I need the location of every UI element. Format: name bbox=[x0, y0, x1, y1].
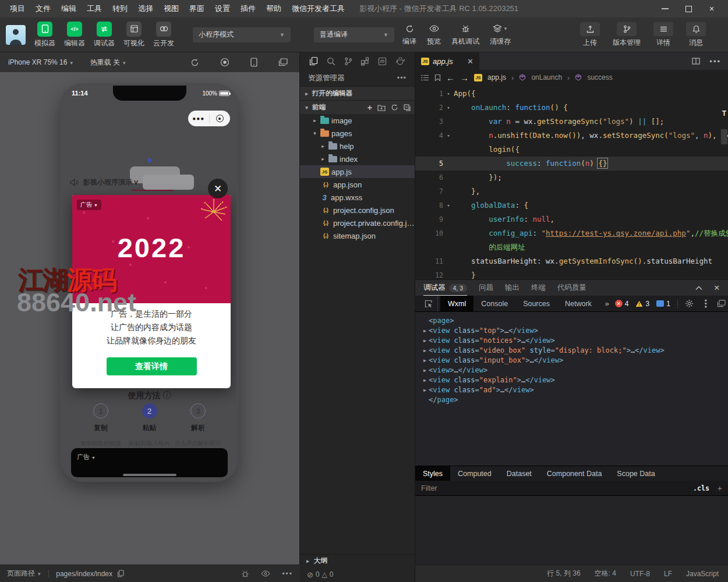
styles-tab-styles[interactable]: Styles bbox=[415, 466, 450, 481]
maximize-button[interactable] bbox=[677, 0, 700, 17]
git-branch-icon[interactable] bbox=[344, 57, 352, 66]
tree-item-app.json[interactable]: {..}app.json bbox=[300, 178, 415, 191]
details-button[interactable]: 详情 bbox=[653, 22, 673, 48]
styles-tab-scope-data[interactable]: Scope Data bbox=[609, 466, 662, 481]
record-stop-icon[interactable] bbox=[220, 58, 229, 67]
message-count-badge[interactable]: 1 bbox=[656, 300, 670, 308]
remote-debug-button[interactable]: 真机调试 bbox=[451, 23, 479, 47]
fold-chevron-icon[interactable]: ▾ bbox=[443, 198, 454, 212]
eye-icon[interactable] bbox=[261, 570, 270, 577]
close-button[interactable]: × bbox=[700, 0, 723, 17]
collapse-panel-icon[interactable] bbox=[695, 286, 702, 290]
version-manage-button[interactable]: 版本管理 bbox=[613, 22, 641, 48]
split-editor-icon[interactable] bbox=[692, 58, 700, 65]
menu-item[interactable]: 编辑 bbox=[56, 0, 82, 17]
messages-button[interactable]: 消息 bbox=[686, 22, 706, 48]
code-line[interactable]: 2▾ onLaunch: function() { bbox=[415, 101, 728, 115]
device-select[interactable]: iPhone XR 75% 16 ▼ bbox=[8, 58, 74, 66]
error-count-badge[interactable]: ✕4 bbox=[615, 300, 629, 308]
visual-toggle-button[interactable]: 可视化 bbox=[123, 22, 144, 48]
tree-item-project.private.config.js...[interactable]: {..}project.private.config.js... bbox=[300, 217, 415, 229]
expand-chevron-icon[interactable]: ▶ bbox=[421, 385, 429, 395]
menu-item[interactable]: 帮助 bbox=[261, 0, 287, 17]
cls-button[interactable]: .cls bbox=[693, 484, 709, 492]
more-dots-icon[interactable]: ●●● bbox=[188, 115, 209, 122]
ad-modal-close-button[interactable]: ✕ bbox=[208, 179, 228, 198]
devtools-tab-Console[interactable]: Console bbox=[473, 296, 515, 311]
debugger-tab-终端[interactable]: 终端 bbox=[531, 280, 546, 296]
compile-button[interactable]: 编译 bbox=[402, 23, 416, 47]
status-item[interactable]: JavaScript bbox=[686, 570, 719, 578]
wxml-node[interactable]: <page> bbox=[421, 316, 728, 326]
wxml-node[interactable]: ▶<view class="top">…</view> bbox=[421, 326, 728, 336]
fold-chevron-icon[interactable]: ▾ bbox=[443, 101, 454, 115]
add-style-icon[interactable]: + bbox=[718, 484, 722, 493]
minimize-button[interactable] bbox=[653, 0, 677, 17]
editor-toggle-button[interactable]: </> 编辑器 bbox=[64, 22, 85, 48]
menu-item[interactable]: 文件 bbox=[30, 0, 56, 17]
tree-item-app.js[interactable]: JSapp.js bbox=[300, 165, 415, 178]
status-item[interactable]: LF bbox=[664, 570, 672, 578]
upload-button[interactable]: 上传 bbox=[580, 22, 600, 48]
menu-item[interactable]: 视图 bbox=[158, 0, 184, 17]
project-root-section[interactable]: ▾ 前端 + bbox=[300, 100, 415, 114]
code-editor[interactable]: T 1▾App({2▾ onLaunch: function() {3 var … bbox=[415, 85, 728, 279]
wxml-node[interactable]: ▶<view>…</view> bbox=[421, 365, 728, 375]
outline-list-icon[interactable] bbox=[421, 74, 429, 81]
code-line[interactable]: 1▾App({ bbox=[415, 87, 728, 101]
menu-item[interactable]: 工具 bbox=[82, 0, 107, 17]
open-editors-section[interactable]: ▸ 打开的编辑器 bbox=[300, 86, 415, 100]
menu-item[interactable]: 界面 bbox=[184, 0, 210, 17]
expand-chevron-icon[interactable]: ▶ bbox=[421, 336, 429, 346]
plugin-teapot-icon[interactable] bbox=[395, 57, 405, 65]
tree-item-app.wxss[interactable]: 3app.wxss bbox=[300, 191, 415, 204]
npm-icon[interactable] bbox=[378, 57, 387, 66]
restart-icon[interactable] bbox=[190, 58, 199, 67]
code-line[interactable]: 7 }, bbox=[415, 184, 728, 198]
code-line[interactable]: login({ bbox=[415, 143, 728, 157]
breadcrumb-symbol[interactable]: success bbox=[587, 73, 612, 81]
wxml-node[interactable]: ▶<view class="explain">…</view> bbox=[421, 375, 728, 385]
page-path-select[interactable]: 页面路径 ▼ bbox=[7, 569, 41, 579]
devtools-tab-Wxml[interactable]: Wxml bbox=[440, 296, 473, 311]
close-panel-icon[interactable]: ✕ bbox=[714, 283, 720, 292]
new-file-icon[interactable]: + bbox=[367, 103, 372, 112]
tree-item-help[interactable]: ▸help bbox=[300, 140, 415, 152]
warning-count-badge[interactable]: 3 bbox=[635, 300, 649, 308]
bottom-ad-banner[interactable]: 广告 ▼ bbox=[71, 448, 228, 477]
problems-summary[interactable]: ⊘ 0 △ 0 bbox=[300, 567, 415, 582]
refresh-icon[interactable] bbox=[391, 104, 398, 111]
simulator-toggle-button[interactable]: 模拟器 bbox=[34, 22, 55, 48]
styles-tab-dataset[interactable]: Dataset bbox=[499, 466, 539, 481]
tab-app-js[interactable]: JS app.js ✕ bbox=[415, 52, 479, 70]
code-line[interactable]: 6 }); bbox=[415, 171, 728, 184]
new-folder-icon[interactable] bbox=[377, 104, 386, 111]
wxml-node[interactable]: ▶<view class="ad">…</view> bbox=[421, 385, 728, 395]
wxml-node[interactable]: </page> bbox=[421, 395, 728, 405]
more-actions-icon[interactable]: ••• bbox=[709, 57, 721, 66]
status-item[interactable]: 行 5, 列 36 bbox=[547, 569, 580, 579]
dock-window-icon[interactable] bbox=[717, 300, 726, 307]
code-line[interactable]: 8▾ globalData: { bbox=[415, 198, 728, 212]
styles-tab-component-data[interactable]: Component Data bbox=[539, 466, 610, 481]
menu-item[interactable]: 项目 bbox=[5, 0, 30, 17]
hot-reload-toggle[interactable]: 热重载 关 ▼ bbox=[90, 58, 127, 68]
ad-tag[interactable]: 广告▼ bbox=[77, 200, 101, 210]
code-line[interactable]: 9 userInfo: null, bbox=[415, 212, 728, 226]
wxml-tree[interactable]: <page>▶<view class="top">…</view>▶<view … bbox=[415, 312, 728, 466]
view-details-button[interactable]: 查看详情 bbox=[107, 357, 197, 375]
mode-select[interactable]: 小程序模式 ▼ bbox=[193, 27, 291, 42]
breadcrumb-file[interactable]: app.js bbox=[487, 73, 506, 81]
debugger-tab-问题[interactable]: 问题 bbox=[479, 280, 493, 296]
more-actions-icon[interactable]: ••• bbox=[282, 570, 293, 578]
tree-item-project.config.json[interactable]: {..}project.config.json bbox=[300, 204, 415, 217]
breadcrumb-symbol[interactable]: onLaunch bbox=[531, 73, 562, 81]
close-tab-icon[interactable]: ✕ bbox=[467, 57, 473, 66]
more-tabs-icon[interactable]: » bbox=[599, 296, 615, 311]
ad-tag[interactable]: 广告 ▼ bbox=[77, 453, 96, 460]
menu-item[interactable]: 设置 bbox=[210, 0, 235, 17]
fold-chevron-icon[interactable]: ▾ bbox=[443, 129, 454, 143]
tree-item-pages[interactable]: ▾pages bbox=[300, 127, 415, 140]
expand-chevron-icon[interactable]: ▶ bbox=[421, 375, 429, 385]
nav-forward-icon[interactable]: → bbox=[460, 73, 469, 83]
